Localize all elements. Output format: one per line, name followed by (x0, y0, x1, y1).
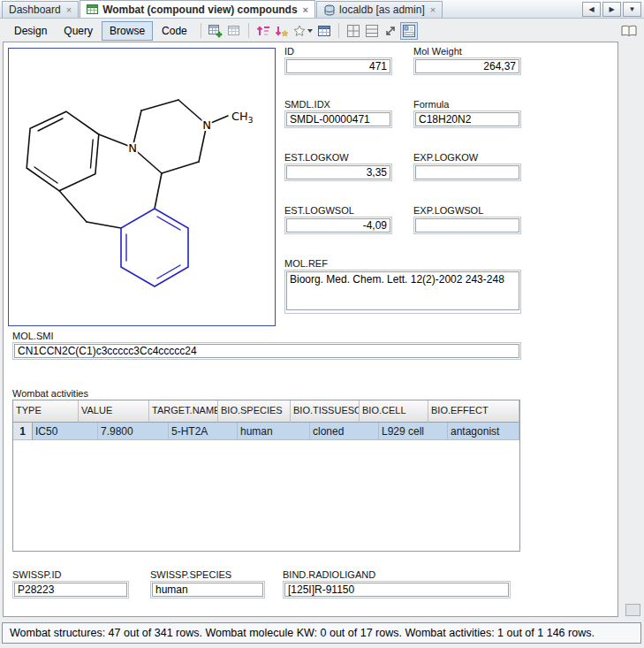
est-logkow-input[interactable] (286, 165, 390, 179)
tab-label: Wombat (compound view) compounds (102, 4, 297, 16)
nitrogen-atom-label: N (128, 141, 137, 155)
book-icon[interactable] (620, 22, 638, 40)
mol-smi-input[interactable] (14, 344, 519, 358)
est-logwsol-input[interactable] (286, 218, 390, 233)
swissp-species-field (150, 581, 265, 598)
column-header-bio-cell[interactable]: BIO.CELL (360, 400, 428, 423)
cell-bio-effect[interactable]: antagonist (448, 423, 519, 440)
nitrogen-atom-label: N (202, 118, 211, 132)
exp-logwsol-input[interactable] (415, 218, 519, 233)
rows-widget-icon[interactable] (363, 22, 381, 40)
form-view-panel: N N CH3 ID Mol Weight SMDL.IDX Formula E… (3, 42, 618, 617)
field-label: Formula (413, 99, 449, 110)
field-label: MOL.SMI (12, 331, 53, 341)
field-label: ID (284, 46, 294, 57)
delete-row-icon[interactable] (225, 22, 243, 40)
exp-logwsol-field (413, 217, 521, 234)
cell-bio-species[interactable]: human (238, 423, 310, 440)
mol-ref-field: Bioorg. Med. Chem. Lett. 12(2)-2002 243-… (284, 270, 521, 314)
application-window: Dashboard × Wombat (compound view) compo… (0, 0, 644, 648)
bind-radioligand-field (283, 581, 511, 598)
toolbar: Design Query Browse Code (0, 19, 644, 42)
id-field (284, 57, 392, 75)
cell-bio-cell[interactable]: L929 cell (379, 423, 448, 440)
cell-type[interactable]: IC50 (33, 423, 98, 440)
mol-weight-field (413, 57, 521, 75)
swissp-id-field (12, 581, 129, 598)
est-logwsol-field (284, 217, 392, 234)
tab-scroll-right-button[interactable]: ▶ (602, 2, 621, 17)
row-number[interactable]: 1 (13, 423, 33, 440)
tab-list-dropdown-button[interactable]: ▼ (623, 2, 641, 17)
column-header-target-name[interactable]: TARGET.NAME (149, 400, 218, 423)
formula-input[interactable] (415, 112, 519, 126)
design-mode-button[interactable]: Design (6, 21, 55, 41)
cell-target-name[interactable]: 5-HT2A (169, 423, 238, 440)
code-mode-button[interactable]: Code (154, 21, 195, 41)
insert-row-icon[interactable] (207, 22, 224, 40)
query-mode-button[interactable]: Query (56, 21, 101, 41)
molecule-structure: N N CH3 (9, 49, 275, 325)
table-view-icon[interactable] (315, 22, 333, 40)
grid-widget-icon[interactable] (345, 22, 362, 40)
mol-smi-field (12, 342, 521, 360)
field-label: SMDL.IDX (284, 99, 330, 110)
exp-logkow-field (413, 164, 521, 181)
formula-field (413, 111, 521, 128)
bind-radioligand-input[interactable] (284, 583, 509, 597)
form-view-icon[interactable] (400, 22, 418, 40)
id-input[interactable] (286, 59, 390, 73)
activities-header-row: … TYPE VALUE TARGET.NAME BIO.SPECIES BIO… (13, 400, 519, 423)
table-row[interactable]: 1 IC50 7.9800 5-HT2A human cloned L929 c… (13, 423, 519, 440)
column-header-bio-effect[interactable]: BIO.EFFECT (428, 400, 519, 423)
field-label: EXP.LOGKOW (413, 152, 478, 163)
toolbar-separator (201, 23, 201, 38)
tab-wombat-compound-view[interactable]: Wombat (compound view) compounds × (80, 0, 315, 18)
toolbar-separator (338, 23, 339, 38)
est-logkow-field (284, 164, 392, 181)
smdl-idx-input[interactable] (286, 112, 390, 126)
tab-label: localdb [as admin] (339, 4, 425, 16)
toolbar-separator (248, 23, 249, 38)
smdl-idx-field (284, 111, 392, 128)
status-text: Wombat structures: 47 out of 341 rows. W… (10, 627, 595, 639)
exp-logkow-input[interactable] (415, 165, 519, 179)
structure-viewer[interactable]: N N CH3 (8, 48, 276, 326)
column-header-bio-species[interactable]: BIO.SPECIES (218, 400, 291, 423)
field-label: EST.LOGKOW (284, 152, 349, 163)
tab-scroll-left-button[interactable]: ◀ (582, 2, 601, 17)
methyl-group-label: CH3 (231, 110, 254, 125)
tab-localdb[interactable]: localdb [as admin] × (316, 1, 443, 18)
field-label: MOL.REF (284, 258, 328, 269)
cell-bio-tissuesource[interactable]: cloned (310, 423, 379, 440)
close-icon[interactable]: × (303, 4, 308, 15)
field-label: BIND.RADIOLIGAND (283, 569, 375, 580)
mol-weight-input[interactable] (415, 59, 519, 73)
swissp-species-input[interactable] (152, 583, 263, 597)
field-label: SWISSP.ID (12, 569, 61, 580)
mol-ref-input[interactable]: Bioorg. Med. Chem. Lett. 12(2)-2002 243-… (286, 271, 519, 310)
scroll-corner (625, 604, 640, 616)
field-label: Mol Weight (413, 46, 462, 57)
resize-widget-icon[interactable] (382, 22, 399, 40)
activities-table: … TYPE VALUE TARGET.NAME BIO.SPECIES BIO… (12, 400, 520, 552)
table-green-icon (87, 4, 99, 15)
close-icon[interactable]: × (430, 4, 436, 15)
activities-title: Wombat activities (12, 388, 88, 399)
field-label: EST.LOGWSOL (284, 205, 354, 216)
database-icon (323, 4, 336, 16)
cell-value[interactable]: 7.9800 (98, 423, 169, 440)
sort-custom-icon[interactable] (273, 22, 291, 40)
sort-icon[interactable] (254, 22, 272, 40)
tab-dashboard[interactable]: Dashboard × (2, 1, 79, 18)
close-icon[interactable]: × (66, 4, 72, 15)
column-header-type[interactable]: TYPE (13, 400, 79, 423)
tab-bar: Dashboard × Wombat (compound view) compo… (0, 0, 644, 19)
field-label: SWISSP.SPECIES (150, 569, 231, 580)
column-header-value[interactable]: VALUE (79, 400, 149, 423)
favorites-dropdown-icon[interactable] (292, 22, 314, 40)
swissp-id-input[interactable] (14, 583, 127, 597)
browse-mode-button[interactable]: Browse (102, 21, 153, 41)
column-header-bio-tissuesource[interactable]: BIO.TISSUESOU (291, 400, 360, 423)
field-label: EXP.LOGWSOL (413, 205, 483, 216)
